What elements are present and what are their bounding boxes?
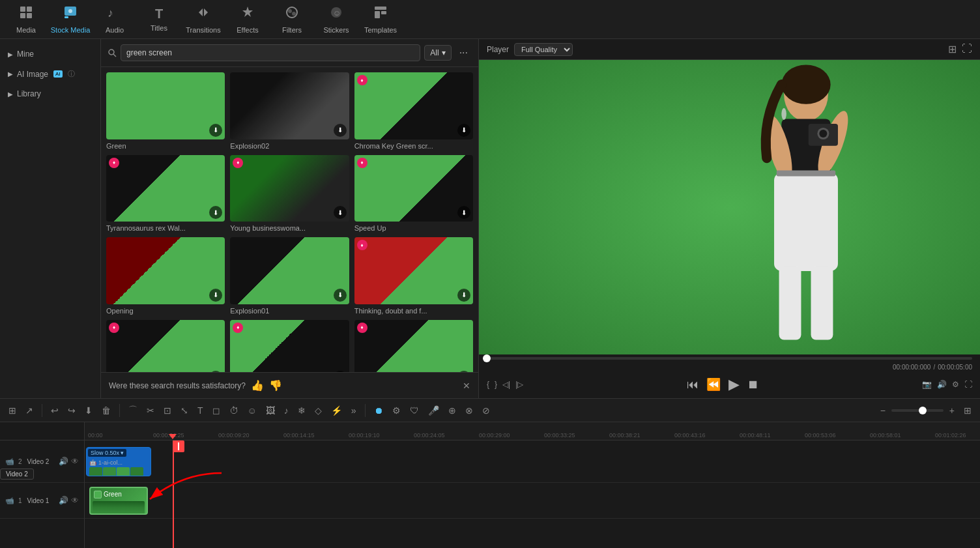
- tl-bezier-button[interactable]: ⌒: [125, 402, 141, 419]
- media-item-9[interactable]: ♦ ⬇ Thinking, doubt and f...: [354, 237, 473, 315]
- fullscreen-icon[interactable]: ⛶: [962, 43, 972, 55]
- frame-prev-icon[interactable]: ◁|: [502, 380, 510, 389]
- skip-back-button[interactable]: ⏮: [687, 378, 699, 392]
- toolbar-media[interactable]: Media: [5, 1, 47, 38]
- sidebar-item-ai-image[interactable]: ▶ AI Image AI ⓘ: [0, 64, 100, 84]
- feedback-close-button[interactable]: ✕: [463, 381, 470, 391]
- media-download-5[interactable]: ⬇: [334, 206, 347, 219]
- tl-caption-button[interactable]: ⊘: [479, 403, 493, 418]
- frame-next-icon[interactable]: |▷: [515, 380, 523, 389]
- sidebar-item-mine[interactable]: ▶ Mine: [0, 44, 100, 64]
- search-filter-dropdown[interactable]: All ▾: [424, 45, 451, 61]
- media-item-4[interactable]: ♦ ⬇ Tyrannosaurus rex Wal...: [106, 155, 225, 233]
- tl-settings2-button[interactable]: ⚙: [389, 403, 404, 418]
- video1-clip[interactable]: Green: [89, 487, 148, 515]
- screenshot-icon[interactable]: 📷: [922, 380, 932, 389]
- media-item-7[interactable]: ⬇ Opening: [106, 237, 225, 315]
- track-row-video2: Slow 0.50x ▾ 🤖 1-ai-col...: [85, 440, 980, 483]
- media-download-7[interactable]: ⬇: [209, 289, 222, 302]
- ruler-mark-2: 00:00:09:20: [218, 432, 250, 439]
- ruler-mark-7: 00:00:33:25: [544, 432, 575, 439]
- tl-scale-button[interactable]: ⤡: [177, 403, 192, 418]
- media-item-2[interactable]: ⬇ Explosion02: [230, 72, 349, 150]
- media-download-11[interactable]: ⬇: [334, 371, 347, 372]
- media-download-3[interactable]: ⬇: [457, 124, 470, 137]
- media-download-1[interactable]: ⬇: [209, 124, 222, 137]
- toolbar-audio[interactable]: ♪ Audio: [94, 1, 136, 38]
- toolbar-stickers[interactable]: ☺ Stickers: [315, 1, 357, 38]
- media-download-4[interactable]: ⬇: [209, 206, 222, 219]
- video2-clip[interactable]: Slow 0.50x ▾ 🤖 1-ai-col...: [86, 447, 151, 476]
- tl-delete-button[interactable]: 🗑: [98, 403, 114, 418]
- thumbs-down-button[interactable]: 👎: [269, 379, 282, 392]
- play-button[interactable]: ▶: [728, 376, 740, 393]
- stop-button[interactable]: ⏹: [747, 378, 759, 392]
- more-options-button[interactable]: ···: [455, 44, 472, 61]
- tl-arrow-button[interactable]: ↗: [22, 403, 36, 418]
- toolbar-stock-media[interactable]: Stock Media: [50, 1, 91, 38]
- zoom-slider[interactable]: [891, 409, 944, 412]
- bracket-close-icon[interactable]: }: [495, 380, 497, 389]
- media-item-5[interactable]: ♦ ⬇ Young businesswoma...: [230, 155, 349, 233]
- tl-shield-button[interactable]: 🛡: [407, 403, 422, 418]
- bracket-open-icon[interactable]: {: [487, 380, 489, 389]
- tl-grid-button[interactable]: ⊞: [5, 403, 20, 418]
- tl-emoji-button[interactable]: ☺: [244, 403, 260, 418]
- tl-overlay-button[interactable]: ⊗: [462, 403, 476, 418]
- media-item-12[interactable]: ♦ ⬇: [354, 320, 473, 372]
- media-download-8[interactable]: ⬇: [334, 289, 347, 302]
- zoom-in-button[interactable]: +: [946, 403, 958, 418]
- progress-bar[interactable]: [487, 357, 972, 360]
- media-item-6[interactable]: ♦ ⬇ Speed Up: [354, 155, 473, 233]
- media-download-10[interactable]: ⬇: [209, 371, 222, 372]
- step-back-button[interactable]: ⏪: [706, 377, 721, 392]
- video1-mute-button[interactable]: 🔊: [59, 496, 68, 505]
- tl-mask-button[interactable]: ◻: [209, 403, 223, 418]
- tl-crop-button[interactable]: ⊡: [160, 403, 175, 418]
- tl-more-button[interactable]: »: [348, 403, 360, 418]
- tl-import-button[interactable]: ⬇: [81, 403, 96, 418]
- svg-text:☺: ☺: [333, 8, 341, 18]
- fullscreen2-icon[interactable]: ⛶: [964, 380, 972, 389]
- toolbar-effects[interactable]: Effects: [227, 1, 268, 38]
- tl-speed-button[interactable]: ⚡: [328, 403, 345, 418]
- tl-track-button[interactable]: ⊕: [445, 403, 459, 418]
- settings-icon[interactable]: ⚙: [952, 380, 959, 389]
- quality-select[interactable]: Full Quality 1/2 Quality 1/4 Quality: [514, 43, 573, 56]
- search-input[interactable]: [121, 44, 420, 61]
- video1-eye-button[interactable]: 👁: [71, 496, 79, 505]
- media-item-10[interactable]: ♦ ⬇: [106, 320, 225, 372]
- tl-audio2-button[interactable]: ♪: [281, 403, 292, 418]
- svg-line-18: [113, 54, 116, 57]
- toolbar-titles[interactable]: T Titles: [138, 1, 180, 38]
- tl-undo-button[interactable]: ↩: [48, 403, 62, 418]
- tl-grid2-button[interactable]: ⊞: [960, 403, 975, 418]
- media-download-9[interactable]: ⬇: [457, 289, 470, 302]
- thumbs-up-button[interactable]: 👍: [251, 379, 264, 392]
- tl-text-button[interactable]: T: [194, 403, 207, 418]
- tl-cut-button[interactable]: ✂: [143, 403, 158, 418]
- media-item-3[interactable]: ♦ ⬇ Chroma Key Green scr...: [354, 72, 473, 150]
- media-item-1[interactable]: ⬇ Green: [106, 72, 225, 150]
- toolbar-transitions[interactable]: Transitions: [182, 1, 224, 38]
- media-download-6[interactable]: ⬇: [457, 206, 470, 219]
- tl-freeze-button[interactable]: ❄: [295, 403, 309, 418]
- media-item-11[interactable]: ♦ ⬇: [230, 320, 349, 372]
- tl-record-button[interactable]: ⏺: [371, 403, 386, 418]
- tl-mic-button[interactable]: 🎤: [425, 403, 442, 418]
- toolbar-templates[interactable]: Templates: [360, 1, 401, 38]
- toolbar-filters[interactable]: Filters: [271, 1, 313, 38]
- media-item-8[interactable]: ⬇ Explosion01: [230, 237, 349, 315]
- sidebar-item-library[interactable]: ▶ Library: [0, 84, 100, 104]
- zoom-out-button[interactable]: −: [877, 403, 889, 418]
- volume-icon[interactable]: 🔊: [937, 380, 947, 389]
- video2-mute-button[interactable]: 🔊: [59, 457, 68, 466]
- video2-eye-button[interactable]: 👁: [71, 457, 79, 466]
- media-download-2[interactable]: ⬇: [334, 124, 347, 137]
- tl-image-button[interactable]: 🖼: [263, 403, 278, 418]
- tl-timer-button[interactable]: ⏱: [226, 403, 242, 418]
- media-download-12[interactable]: ⬇: [457, 371, 470, 372]
- tl-color-button[interactable]: ◇: [311, 403, 325, 418]
- tl-redo-button[interactable]: ↪: [65, 403, 79, 418]
- grid-view-icon[interactable]: ⊞: [948, 43, 957, 55]
